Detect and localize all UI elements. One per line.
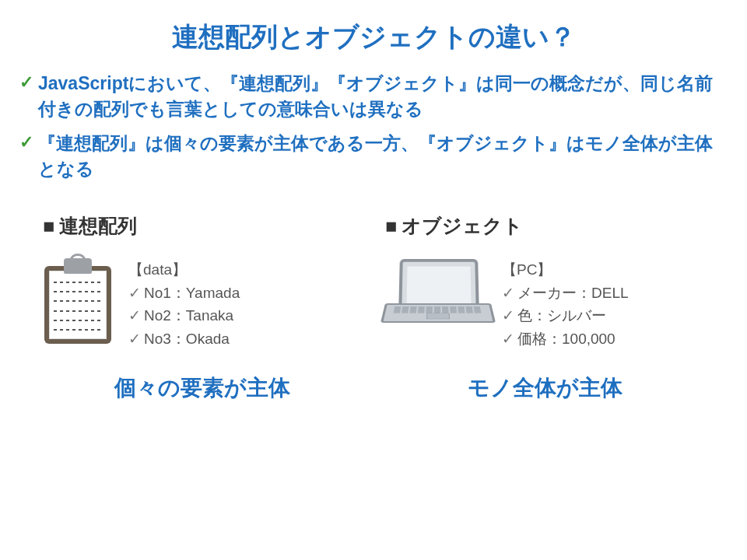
example-item: ✓No1：Yamada <box>128 282 240 304</box>
left-heading: ■連想配列 <box>43 213 362 239</box>
example-item: ✓メーカー：DELL <box>502 282 629 304</box>
check-icon: ✓ <box>128 331 141 347</box>
bullet-text: 『連想配列』は個々の要素が主体である一方、『オブジェクト』はモノ全体が主体となる <box>38 131 728 183</box>
left-heading-text: 連想配列 <box>59 215 137 236</box>
right-example-text: 【PC】 ✓メーカー：DELL ✓色：シルバー ✓価格：100,000 <box>502 258 629 350</box>
item-text: No3：Okada <box>144 331 230 347</box>
check-icon: ✓ <box>502 307 514 324</box>
item-text: 価格：100,000 <box>517 331 615 347</box>
left-caption: 個々の要素が主体 <box>43 373 362 403</box>
right-caption: モノ全体が主体 <box>385 373 704 403</box>
bullet-item: ✓ 『連想配列』は個々の要素が主体である一方、『オブジェクト』はモノ全体が主体と… <box>19 131 728 183</box>
bullet-text: JavaScriptにおいて、『連想配列』『オブジェクト』は同一の概念だが、同じ… <box>38 71 728 123</box>
item-text: メーカー：DELL <box>517 285 629 301</box>
example-item: ✓No2：Tanaka <box>128 304 240 327</box>
page-title: 連想配列とオブジェクトの違い？ <box>0 19 747 55</box>
check-icon: ✓ <box>19 131 33 155</box>
square-icon: ■ <box>43 215 54 236</box>
example-item: ✓No3：Okada <box>128 327 240 350</box>
check-icon: ✓ <box>502 285 514 301</box>
check-icon: ✓ <box>128 285 141 301</box>
example-label: 【data】 <box>128 258 240 281</box>
left-example-text: 【data】 ✓No1：Yamada ✓No2：Tanaka ✓No3：Okad… <box>128 258 240 350</box>
right-heading-text: オブジェクト <box>402 215 523 236</box>
square-icon: ■ <box>385 215 397 236</box>
item-text: No2：Tanaka <box>144 307 233 324</box>
bullet-list: ✓ JavaScriptにおいて、『連想配列』『オブジェクト』は同一の概念だが、… <box>19 71 728 182</box>
comparison-columns: ■連想配列 【data】 ✓No1：Yamada ✓No2：Tanaka ✓No… <box>0 213 747 403</box>
left-example: 【data】 ✓No1：Yamada ✓No2：Tanaka ✓No3：Okad… <box>43 258 362 350</box>
example-label: 【PC】 <box>502 258 629 281</box>
check-icon: ✓ <box>128 307 141 324</box>
bullet-item: ✓ JavaScriptにおいて、『連想配列』『オブジェクト』は同一の概念だが、… <box>19 71 728 123</box>
item-text: No1：Yamada <box>144 285 240 301</box>
example-item: ✓色：シルバー <box>502 304 629 327</box>
right-example: 【PC】 ✓メーカー：DELL ✓色：シルバー ✓価格：100,000 <box>385 258 704 350</box>
laptop-icon <box>385 258 486 336</box>
example-item: ✓価格：100,000 <box>502 327 629 350</box>
clipboard-icon <box>43 258 113 344</box>
check-icon: ✓ <box>502 331 514 347</box>
check-icon: ✓ <box>19 71 33 95</box>
right-column: ■オブジェクト 【PC】 ✓メーカー：DELL ✓色：シルバー ✓価格：100,… <box>385 213 704 403</box>
item-text: 色：シルバー <box>517 307 606 324</box>
right-heading: ■オブジェクト <box>385 213 704 239</box>
left-column: ■連想配列 【data】 ✓No1：Yamada ✓No2：Tanaka ✓No… <box>43 213 362 403</box>
